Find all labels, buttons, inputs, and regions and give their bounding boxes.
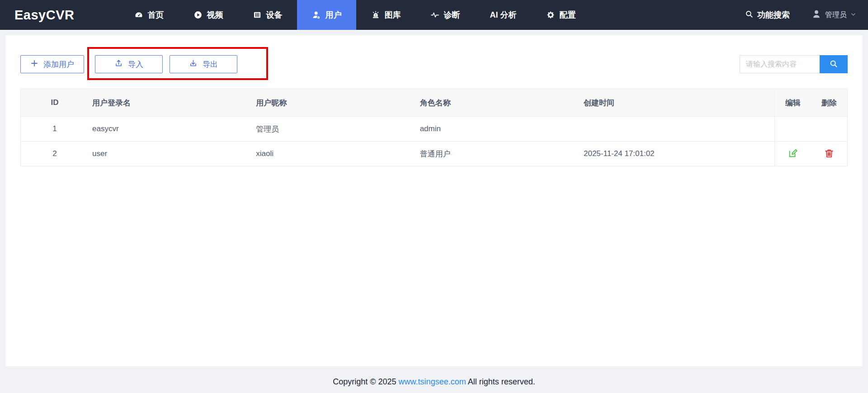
plus-icon [30,59,38,70]
devices-icon [253,10,262,19]
nav-item-label: 视频 [207,9,223,20]
user-gear-icon [312,10,321,19]
table-header-row: ID 用户登录名 用户昵称 角色名称 创建时间 编辑 删除 [21,89,847,116]
tsingsee-link[interactable]: www.tsingsee.com [399,377,466,386]
import-label: 导入 [128,59,143,70]
col-header-edit: 编辑 [775,89,811,116]
nav-item-label: 图库 [384,9,401,20]
nav-item-diagnosis[interactable]: 诊断 [415,0,475,30]
col-header-id: ID [21,89,89,116]
main-nav: 首页 视频 设备 用户 图库 [119,0,590,30]
chevron-down-icon [850,11,856,19]
col-header-delete: 删除 [811,89,847,116]
col-header-role: 角色名称 [416,89,580,116]
cell-login: easycvr [89,117,252,141]
nav-item-gallery[interactable]: 图库 [356,0,415,30]
cell-role: admin [416,117,580,141]
avatar-icon [811,9,821,21]
content-panel: 添加用户 导入 导出 [6,35,862,366]
search-icon [745,10,753,20]
cell-nickname: xiaoli [252,142,416,166]
add-user-label: 添加用户 [43,59,74,70]
nav-item-user[interactable]: 用户 [297,0,356,30]
search-icon [829,59,838,70]
nav-item-label: AI 分析 [490,9,516,20]
cell-delete-empty [811,117,847,141]
function-search-button[interactable]: 功能搜索 [745,9,790,20]
cell-login: user [89,142,252,166]
table-search [740,55,848,73]
delete-user-button[interactable] [824,148,834,160]
nav-item-config[interactable]: 配置 [531,0,590,30]
col-header-created: 创建时间 [580,89,774,116]
cell-actions [774,142,847,166]
cell-nickname: 管理员 [252,117,416,141]
export-label: 导出 [203,59,218,70]
rights-text: All rights reserved. [466,377,535,386]
col-header-login: 用户登录名 [89,89,252,116]
import-export-group: 导入 导出 [95,55,237,73]
nav-item-label: 首页 [147,9,164,20]
trash-icon [824,148,834,160]
import-button[interactable]: 导入 [95,55,163,73]
nav-item-video[interactable]: 视频 [179,0,238,30]
nav-item-label: 配置 [559,9,576,20]
copyright-text: Copyright © 2025 [333,377,398,386]
user-menu[interactable]: 管理员 [811,9,856,21]
cell-created: 2025-11-24 17:01:02 [580,142,774,166]
alarm-icon [371,10,380,19]
nav-item-home[interactable]: 首页 [119,0,179,30]
play-circle-icon [193,10,203,19]
function-search-label: 功能搜索 [757,9,790,20]
pulse-icon [430,10,439,19]
cell-id: 2 [21,142,89,166]
col-header-actions: 编辑 删除 [774,89,847,116]
navbar-right: 功能搜索 管理员 [745,9,856,21]
user-table: ID 用户登录名 用户昵称 角色名称 创建时间 编辑 删除 1 easycvr … [20,89,848,166]
search-input[interactable] [740,55,820,73]
top-navbar: EasyCVR 首页 视频 设备 用户 [0,0,868,30]
nav-item-device[interactable]: 设备 [238,0,297,30]
cell-edit-empty [775,117,811,141]
edit-icon [788,148,798,160]
nav-item-ai-analysis[interactable]: AI 分析 [475,0,531,30]
nav-item-label: 设备 [266,9,282,20]
col-header-nickname: 用户昵称 [252,89,416,116]
cell-id: 1 [21,117,89,141]
download-icon [189,59,198,70]
dashboard-icon [134,10,143,19]
export-button[interactable]: 导出 [170,55,237,73]
cell-role: 普通用户 [416,142,580,166]
footer: Copyright © 2025 www.tsingsee.com All ri… [0,366,868,387]
toolbar: 添加用户 导入 导出 [20,55,848,73]
app-logo: EasyCVR [14,8,74,23]
nav-item-label: 诊断 [443,9,460,20]
search-button[interactable] [820,55,848,73]
upload-icon [114,59,123,70]
user-menu-label: 管理员 [825,10,847,20]
add-user-button[interactable]: 添加用户 [20,55,84,73]
edit-user-button[interactable] [788,148,798,160]
gear-icon [546,10,555,19]
table-row: 2 user xiaoli 普通用户 2025-11-24 17:01:02 [21,141,847,166]
table-row: 1 easycvr 管理员 admin [21,116,847,141]
cell-created [580,117,774,141]
cell-actions [774,117,847,141]
nav-item-label: 用户 [325,9,341,20]
